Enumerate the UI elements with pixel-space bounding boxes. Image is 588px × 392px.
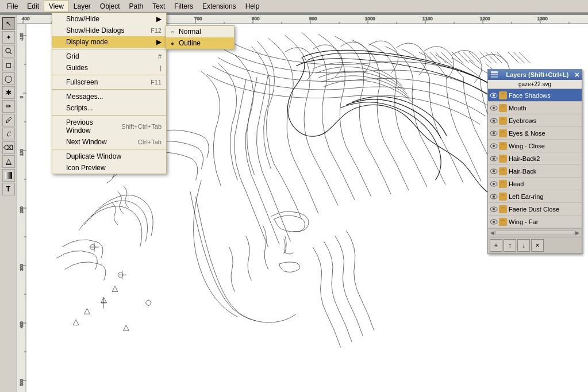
calligraphy-tool[interactable]: 𝓒 (2, 128, 15, 140)
svg-rect-70 (501, 120, 505, 124)
layers-scrollbar[interactable] (495, 230, 574, 235)
layers-add-button[interactable]: + (490, 239, 502, 252)
svg-rect-64 (501, 95, 505, 98)
rect-tool[interactable]: ◻ (2, 59, 15, 71)
layer-lock-2[interactable] (499, 117, 507, 125)
menu-view[interactable]: View (44, 1, 69, 12)
menu-extensions[interactable]: Extensions (198, 1, 241, 11)
layer-row-5[interactable]: Hair-Back2 (488, 152, 582, 165)
layer-row-2[interactable]: Eyebrows (488, 114, 582, 127)
layer-lock-3[interactable] (499, 129, 507, 137)
menu-path[interactable]: Path (125, 1, 148, 11)
layers-panel: Layers (Shift+Ctrl+L) × gaze+22.svg Face… (487, 69, 582, 254)
star-tool[interactable]: ✱ (2, 86, 15, 99)
svg-point-69 (493, 120, 495, 122)
menu-object[interactable]: Object (95, 1, 125, 11)
layer-lock-10[interactable] (499, 218, 507, 226)
svg-text:400: 400 (22, 16, 30, 21)
svg-rect-57 (6, 164, 11, 165)
layer-lock-4[interactable] (499, 142, 507, 150)
left-toolbar: ↖ ✦ ◻ ◯ ✱ ✏ 🖊 𝓒 ⌫ T (0, 15, 17, 392)
ruler-top: 400 500 600 700 800 900 1000 1100 1200 1… (17, 15, 588, 24)
layer-row-1[interactable]: Mouth (488, 102, 582, 114)
text-tool[interactable]: T (2, 183, 15, 195)
fill-tool[interactable] (2, 155, 15, 168)
layers-scroll-left[interactable]: ◀ (489, 230, 495, 236)
layer-eye-3[interactable] (489, 129, 498, 138)
layer-eye-2[interactable] (489, 116, 498, 125)
svg-rect-61 (491, 76, 498, 78)
layer-lock-7[interactable] (499, 180, 507, 188)
zoom-icon (5, 48, 12, 55)
ruler-top-svg: 400 500 600 700 800 900 1000 1100 1200 1… (17, 15, 588, 24)
pen-tool[interactable]: 🖊 (2, 114, 15, 126)
svg-point-66 (493, 107, 495, 109)
layer-lock-1[interactable] (499, 104, 507, 112)
svg-text:200: 200 (20, 206, 24, 213)
svg-text:1300: 1300 (537, 16, 548, 21)
layer-eye-9[interactable] (489, 205, 498, 214)
gradient-tool[interactable] (2, 169, 15, 182)
menu-filters[interactable]: Filters (170, 1, 198, 11)
svg-text:500: 500 (79, 16, 87, 21)
layer-row-6[interactable]: Hair-Back (488, 165, 582, 178)
svg-text:100: 100 (20, 149, 24, 156)
layers-move-down-button[interactable]: ↓ (517, 239, 530, 252)
svg-point-55 (6, 48, 10, 53)
menu-text[interactable]: Text (148, 1, 170, 11)
svg-point-81 (493, 170, 495, 172)
layers-close-button[interactable]: × (575, 71, 579, 79)
layer-row-8[interactable]: Left Ear-ring (488, 190, 582, 203)
layer-name-5: Hair-Back2 (509, 155, 581, 162)
layer-eye-8[interactable] (489, 192, 498, 201)
layers-scroll-right[interactable]: ▶ (574, 230, 581, 236)
layer-name-1: Mouth (509, 105, 581, 112)
layer-name-10: Wing - Far (509, 218, 581, 225)
svg-text:700: 700 (194, 16, 202, 21)
layer-eye-7[interactable] (489, 179, 498, 189)
layer-name-4: Wing - Close (509, 143, 581, 149)
layer-row-3[interactable]: Eyes & Nose (488, 127, 582, 140)
layer-eye-4[interactable] (489, 141, 498, 151)
svg-rect-91 (501, 209, 505, 212)
layer-eye-5[interactable] (489, 154, 498, 163)
svg-text:400: 400 (20, 321, 24, 328)
eraser-tool[interactable]: ⌫ (2, 141, 15, 154)
zoom-tool[interactable] (2, 45, 15, 57)
svg-text:1000: 1000 (365, 16, 375, 21)
svg-line-56 (10, 52, 11, 54)
layers-move-up-button[interactable]: ↑ (504, 239, 516, 252)
layers-icon (490, 71, 498, 79)
pencil-tool[interactable]: ✏ (2, 100, 15, 113)
menu-help[interactable]: Help (241, 1, 264, 11)
layer-row-9[interactable]: Faerie Dust Close (488, 203, 582, 216)
ellipse-tool[interactable]: ◯ (2, 72, 15, 85)
svg-point-75 (493, 145, 495, 147)
layer-lock-6[interactable] (499, 167, 507, 175)
svg-point-87 (493, 195, 495, 198)
svg-rect-82 (501, 171, 505, 174)
svg-rect-59 (491, 71, 498, 73)
layer-lock-8[interactable] (499, 193, 507, 201)
layer-row-7[interactable]: Head (488, 178, 582, 190)
menu-file[interactable]: File (2, 1, 22, 11)
menu-layer[interactable]: Layer (69, 1, 95, 11)
svg-text:1100: 1100 (422, 16, 433, 21)
layers-title: Layers (Shift+Ctrl+L) (506, 71, 569, 78)
layer-row-0[interactable]: Face Shadows (488, 89, 582, 102)
layer-lock-0[interactable] (499, 91, 507, 99)
layer-lock-9[interactable] (499, 205, 507, 213)
select-tool[interactable]: ↖ (2, 17, 15, 30)
node-tool[interactable]: ✦ (2, 31, 15, 44)
layers-delete-button[interactable]: × (531, 239, 544, 252)
layer-lock-5[interactable] (499, 155, 507, 163)
layer-eye-1[interactable] (489, 103, 498, 113)
svg-point-63 (493, 94, 495, 97)
fill-icon (5, 158, 12, 165)
menu-edit[interactable]: Edit (22, 1, 44, 11)
layer-row-10[interactable]: Wing - Far (488, 216, 582, 228)
layer-eye-6[interactable] (489, 167, 498, 176)
layer-eye-10[interactable] (489, 217, 498, 226)
layer-row-4[interactable]: Wing - Close (488, 140, 582, 152)
layer-eye-0[interactable] (489, 91, 498, 100)
